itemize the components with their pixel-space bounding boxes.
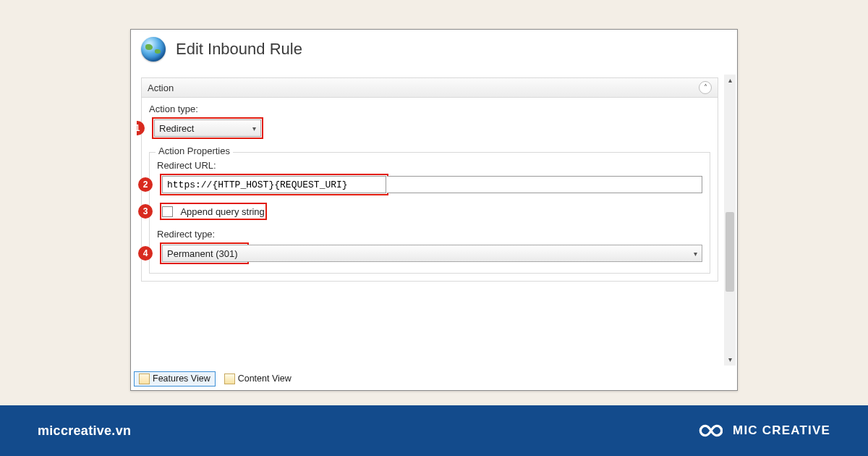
footer: miccreative.vn MIC CREATIVE bbox=[0, 405, 868, 456]
action-properties-fieldset: Action Properties Redirect URL: 2 3 bbox=[149, 152, 710, 274]
redirect-url-label: Redirect URL: bbox=[157, 160, 702, 171]
footer-brand-text: MIC CREATIVE bbox=[733, 423, 830, 438]
tab-content-view[interactable]: Content View bbox=[220, 372, 296, 386]
append-query-checkbox[interactable] bbox=[162, 206, 173, 217]
scroll-up-button[interactable]: ▴ bbox=[724, 75, 736, 86]
tab-content-label: Content View bbox=[238, 373, 292, 384]
footer-brand: MIC CREATIVE bbox=[694, 421, 830, 440]
step-badge-2: 2 bbox=[138, 177, 153, 192]
fieldset-legend: Action Properties bbox=[156, 145, 233, 156]
highlight-3: Append query string bbox=[160, 203, 267, 220]
chevron-down-icon: ▾ bbox=[694, 250, 697, 258]
action-type-label: Action type: bbox=[149, 104, 710, 114]
highlight-2 bbox=[160, 174, 388, 195]
panel-header: Edit Inbound Rule bbox=[131, 30, 737, 67]
bottom-tabs: Features View Content View bbox=[134, 370, 296, 387]
step-badge-4: 4 bbox=[138, 246, 153, 261]
section-header[interactable]: Action ˄ bbox=[142, 78, 718, 98]
highlight-1: Redirect ▾ bbox=[152, 117, 263, 139]
redirect-url-input-tail[interactable] bbox=[387, 176, 702, 193]
action-section: Action ˄ Action type: 1 Redirect ▾ bbox=[141, 77, 718, 282]
action-type-select[interactable]: Redirect ▾ bbox=[154, 119, 261, 137]
collapse-button[interactable]: ˄ bbox=[699, 81, 712, 94]
redirect-url-input[interactable] bbox=[162, 176, 386, 193]
step-badge-3: 3 bbox=[138, 204, 153, 219]
scroll-area: Action ˄ Action type: 1 Redirect ▾ bbox=[137, 73, 723, 367]
section-body: Action type: 1 Redirect ▾ Action Propert… bbox=[142, 98, 718, 281]
scroll-down-button[interactable]: ▾ bbox=[724, 354, 736, 366]
step-badge-1: 1 bbox=[137, 121, 145, 135]
scrollbar[interactable]: ▴ ▾ bbox=[724, 75, 736, 366]
action-type-value: Redirect bbox=[159, 123, 194, 134]
chevron-down-icon: ▾ bbox=[252, 124, 256, 132]
features-icon bbox=[139, 373, 150, 384]
footer-site: miccreative.vn bbox=[38, 423, 131, 439]
section-title: Action bbox=[148, 83, 174, 93]
edit-inbound-rule-panel: Edit Inbound Rule Action ˄ Action type: … bbox=[130, 29, 738, 391]
redirect-type-value: Permanent (301) bbox=[167, 248, 238, 259]
page-title: Edit Inbound Rule bbox=[176, 40, 302, 59]
chevron-up-icon: ˄ bbox=[704, 83, 707, 91]
scrollbar-thumb[interactable] bbox=[726, 212, 734, 292]
redirect-type-select[interactable]: ▾ bbox=[247, 245, 702, 262]
infinity-icon bbox=[694, 421, 723, 440]
tab-features-view[interactable]: Features View bbox=[134, 371, 216, 387]
redirect-type-label: Redirect type: bbox=[157, 229, 702, 240]
redirect-type-select-left[interactable]: Permanent (301) bbox=[162, 245, 247, 262]
globe-icon bbox=[141, 37, 166, 62]
tab-features-label: Features View bbox=[153, 373, 210, 384]
highlight-4: Permanent (301) bbox=[160, 242, 249, 264]
content-icon bbox=[224, 373, 235, 384]
append-query-label: Append query string bbox=[180, 206, 264, 217]
